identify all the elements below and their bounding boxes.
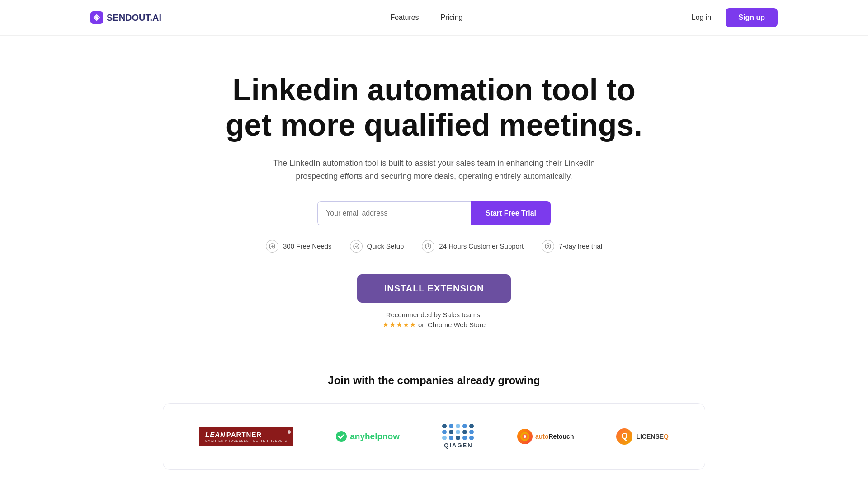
stars-row: ★★★★★ on Chrome Web Store xyxy=(382,320,486,329)
company-lean-partner: ® LEAN PARTNER SMARTER PROCESSES • BETTE… xyxy=(199,425,293,448)
feature-setup-label: Quick Setup xyxy=(367,242,404,250)
install-extension-button[interactable]: INSTALL EXTENSION xyxy=(357,274,511,303)
stars: ★★★★★ xyxy=(382,320,416,329)
svg-point-1 xyxy=(95,16,98,19)
nav-links: Features Pricing xyxy=(390,14,462,22)
nav-features[interactable]: Features xyxy=(390,14,419,22)
feature-needs-icon xyxy=(266,240,278,253)
feature-needs-label: 300 Free Needs xyxy=(283,242,332,250)
company-anyhelpnow: anyhelpnow xyxy=(335,425,400,448)
join-section: Join with the companies already growing … xyxy=(0,356,868,479)
licenseq-text: LICENSEQ xyxy=(636,432,669,441)
feature-support-icon xyxy=(422,240,434,253)
feature-300-needs: 300 Free Needs xyxy=(266,240,332,253)
feature-quick-setup: Quick Setup xyxy=(350,240,404,253)
nav-pricing[interactable]: Pricing xyxy=(441,14,463,22)
autoretouch-logo: autoRetouch xyxy=(517,429,574,444)
autoretouch-text: autoRetouch xyxy=(535,432,574,441)
email-input[interactable] xyxy=(317,201,471,225)
logo[interactable]: SENDOUT.AI xyxy=(90,11,161,24)
login-link[interactable]: Log in xyxy=(692,14,712,22)
anyhelpnow-text: anyhelpnow xyxy=(350,432,400,441)
licenseq-icon: Q xyxy=(616,428,632,445)
licenseq-logo: Q LICENSEQ xyxy=(616,428,669,445)
recommended-text: Recommended by Sales teams. xyxy=(386,311,482,319)
anyhelpnow-logo: anyhelpnow xyxy=(335,431,400,442)
signup-button[interactable]: Sign up xyxy=(726,8,778,27)
hero-title: Linkedin automation tool to get more qua… xyxy=(208,72,660,142)
feature-trial-icon xyxy=(542,240,554,253)
companies-box: ® LEAN PARTNER SMARTER PROCESSES • BETTE… xyxy=(163,403,705,470)
nav-right: Log in Sign up xyxy=(692,8,778,27)
feature-support-label: 24 Hours Customer Support xyxy=(439,242,524,250)
features-row: 300 Free Needs Quick Setup 24 Hours Cust… xyxy=(266,240,602,253)
company-licenseq: Q LICENSEQ xyxy=(616,425,669,448)
hero-subtitle: The LinkedIn automation tool is built to… xyxy=(253,157,615,183)
anyhelpnow-icon xyxy=(335,431,347,442)
feature-setup-icon xyxy=(350,240,363,253)
autoretouch-icon xyxy=(517,429,533,444)
company-qiagen: QIAGEN xyxy=(442,425,475,448)
feature-trial-label: 7-day free trial xyxy=(559,242,602,250)
hero-section: Linkedin automation tool to get more qua… xyxy=(0,36,868,356)
svg-point-7 xyxy=(336,431,347,442)
join-title: Join with the companies already growing xyxy=(328,374,540,387)
feature-24hr-support: 24 Hours Customer Support xyxy=(422,240,524,253)
cta-row: Start Free Trial xyxy=(317,201,551,225)
svg-point-3 xyxy=(354,244,359,249)
logo-text: SENDOUT.AI xyxy=(107,13,161,23)
qiagen-logo: QIAGEN xyxy=(442,424,475,449)
start-free-trial-button[interactable]: Start Free Trial xyxy=(471,201,551,225)
navbar: SENDOUT.AI Features Pricing Log in Sign … xyxy=(0,0,868,36)
feature-7day-trial: 7-day free trial xyxy=(542,240,602,253)
svg-point-10 xyxy=(524,435,526,438)
company-autoretouch: autoRetouch xyxy=(517,425,574,448)
svg-point-5 xyxy=(545,244,551,249)
lean-partner-logo: ® LEAN PARTNER SMARTER PROCESSES • BETTE… xyxy=(199,427,293,446)
store-text: on Chrome Web Store xyxy=(418,321,486,328)
svg-point-6 xyxy=(547,245,549,247)
